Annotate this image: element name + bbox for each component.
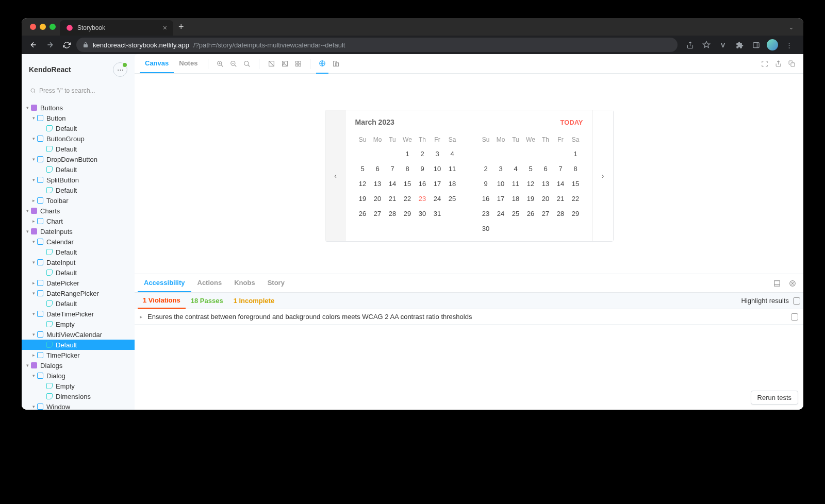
zoom-in-icon[interactable]	[214, 58, 226, 70]
month-title[interactable]: March 2023	[355, 118, 394, 126]
new-tab-button[interactable]: +	[173, 22, 189, 32]
reload-button[interactable]	[60, 38, 73, 52]
sidebar-item-default[interactable]: Default	[22, 185, 135, 195]
day-cell[interactable]: 27	[370, 206, 385, 221]
day-cell[interactable]: 20	[538, 191, 553, 206]
expand-icon[interactable]: ▸	[140, 314, 142, 320]
sidebar-item-multiviewcalendar[interactable]: MultiViewCalendar	[22, 329, 135, 340]
close-window-icon[interactable]	[30, 24, 36, 30]
tab-notes[interactable]: Notes	[174, 54, 203, 73]
sidebar-item-datepicker[interactable]: DatePicker	[22, 278, 135, 288]
tab-canvas[interactable]: Canvas	[140, 54, 174, 73]
day-cell[interactable]: 29	[568, 206, 583, 221]
v-extension-icon[interactable]: V	[717, 39, 729, 51]
sidebar-item-default[interactable]: Default	[22, 340, 135, 350]
close-panel-icon[interactable]	[786, 277, 799, 290]
day-cell[interactable]: 10	[430, 161, 445, 176]
day-cell[interactable]: 15	[400, 176, 415, 191]
sidebar-item-splitbutton[interactable]: SplitButton	[22, 175, 135, 185]
sidebar-item-chart[interactable]: Chart	[22, 216, 135, 226]
day-cell[interactable]: 26	[523, 206, 538, 221]
day-cell[interactable]: 2	[415, 146, 430, 161]
addon-tab-story[interactable]: Story	[261, 274, 291, 292]
day-cell[interactable]: 4	[445, 146, 460, 161]
sidebar-item-dateinputs[interactable]: DateInputs	[22, 226, 135, 237]
day-cell[interactable]: 17	[430, 176, 445, 191]
fullscreen-icon[interactable]	[758, 58, 771, 70]
today-button[interactable]: TODAY	[560, 119, 583, 126]
sidebar-item-dialogs[interactable]: Dialogs	[22, 360, 135, 371]
sidebar-item-window[interactable]: Window	[22, 401, 135, 410]
sidebar-item-default[interactable]: Default	[22, 164, 135, 175]
day-cell[interactable]: 9	[415, 161, 430, 176]
day-cell[interactable]: 27	[538, 206, 553, 221]
day-cell[interactable]: 28	[553, 206, 568, 221]
day-cell[interactable]: 25	[445, 191, 460, 206]
calendar-next-button[interactable]: ›	[592, 110, 613, 241]
day-cell[interactable]: 16	[478, 191, 493, 206]
highlight-checkbox[interactable]	[793, 297, 800, 305]
day-cell[interactable]: 18	[445, 176, 460, 191]
day-cell[interactable]: 1	[400, 146, 415, 161]
sidebar-item-button[interactable]: Button	[22, 113, 135, 123]
panel-icon[interactable]	[750, 39, 762, 51]
violations-tab[interactable]: 1 Violations	[138, 293, 186, 309]
sidebar-item-daterangepicker[interactable]: DateRangePicker	[22, 288, 135, 298]
day-cell[interactable]: 3	[493, 161, 508, 176]
addon-tab-accessibility[interactable]: Accessibility	[138, 274, 191, 292]
browser-tab[interactable]: Storybook ×	[60, 20, 173, 36]
profile-avatar[interactable]	[766, 39, 779, 51]
day-cell[interactable]: 19	[523, 191, 538, 206]
day-cell[interactable]: 24	[493, 206, 508, 221]
grid-icon[interactable]	[292, 58, 304, 70]
day-cell[interactable]: 21	[553, 191, 568, 206]
background-icon[interactable]	[265, 58, 277, 70]
sidebar-menu-button[interactable]: ⋯	[113, 62, 127, 77]
sidebar-search[interactable]: Press "/" to search...	[27, 84, 129, 97]
day-cell[interactable]: 23	[415, 191, 430, 206]
copy-link-icon[interactable]	[785, 58, 798, 70]
passes-tab[interactable]: 18 Passes	[186, 297, 228, 305]
sidebar-item-dropdownbutton[interactable]: DropDownButton	[22, 154, 135, 164]
day-cell[interactable]: 11	[445, 161, 460, 176]
minimize-window-icon[interactable]	[40, 24, 46, 30]
day-cell[interactable]: 9	[478, 176, 493, 191]
day-cell[interactable]: 13	[370, 176, 385, 191]
sidebar-item-buttons[interactable]: Buttons	[22, 103, 135, 113]
back-button[interactable]	[27, 38, 40, 52]
day-cell[interactable]: 20	[370, 191, 385, 206]
day-cell[interactable]: 14	[553, 176, 568, 191]
sidebar-item-default[interactable]: Default	[22, 267, 135, 278]
day-cell[interactable]: 21	[385, 191, 400, 206]
tab-list-caret-icon[interactable]: ⌄	[783, 23, 799, 31]
sidebar-item-dateinput[interactable]: DateInput	[22, 257, 135, 267]
day-cell[interactable]: 22	[400, 191, 415, 206]
addon-tab-knobs[interactable]: Knobs	[228, 274, 261, 292]
day-cell[interactable]: 13	[538, 176, 553, 191]
day-cell[interactable]: 3	[430, 146, 445, 161]
forward-button[interactable]	[43, 38, 57, 52]
day-cell[interactable]: 12	[523, 176, 538, 191]
violation-checkbox[interactable]	[791, 313, 798, 321]
day-cell[interactable]: 14	[385, 176, 400, 191]
sidebar-item-dialog[interactable]: Dialog	[22, 371, 135, 381]
day-cell[interactable]: 24	[430, 191, 445, 206]
violation-row[interactable]: ▸ Ensures the contrast between foregroun…	[135, 309, 803, 325]
image-icon[interactable]	[278, 58, 291, 70]
day-cell[interactable]: 30	[478, 221, 493, 236]
zoom-out-icon[interactable]	[227, 58, 240, 70]
sidebar-item-default[interactable]: Default	[22, 298, 135, 309]
share-icon[interactable]	[684, 39, 696, 51]
viewport-icon[interactable]	[329, 58, 342, 70]
day-cell[interactable]: 30	[415, 206, 430, 221]
sidebar-item-calendar[interactable]: Calendar	[22, 237, 135, 247]
day-cell[interactable]: 29	[400, 206, 415, 221]
maximize-window-icon[interactable]	[50, 24, 56, 30]
day-cell[interactable]: 2	[478, 161, 493, 176]
day-cell[interactable]: 5	[523, 161, 538, 176]
day-cell[interactable]: 4	[508, 161, 523, 176]
day-cell[interactable]: 12	[355, 176, 370, 191]
sidebar-item-default[interactable]: Default	[22, 247, 135, 257]
sidebar-item-default[interactable]: Default	[22, 123, 135, 133]
day-cell[interactable]: 15	[568, 176, 583, 191]
